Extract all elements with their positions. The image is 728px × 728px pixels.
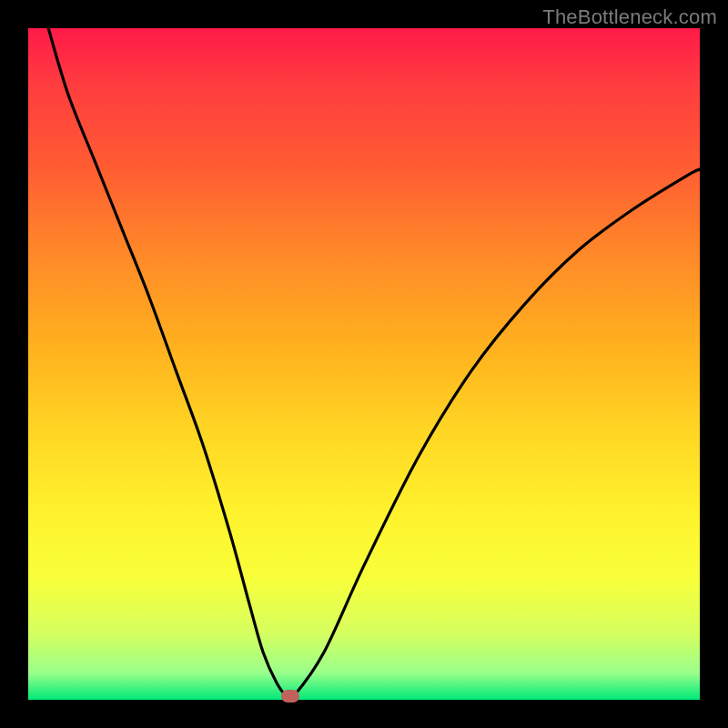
watermark-label: TheBottleneck.com <box>542 5 717 29</box>
bottleneck-curve <box>28 28 700 700</box>
optimal-point-marker <box>281 690 299 703</box>
plot-area <box>28 28 700 700</box>
chart-frame: TheBottleneck.com <box>0 0 728 728</box>
